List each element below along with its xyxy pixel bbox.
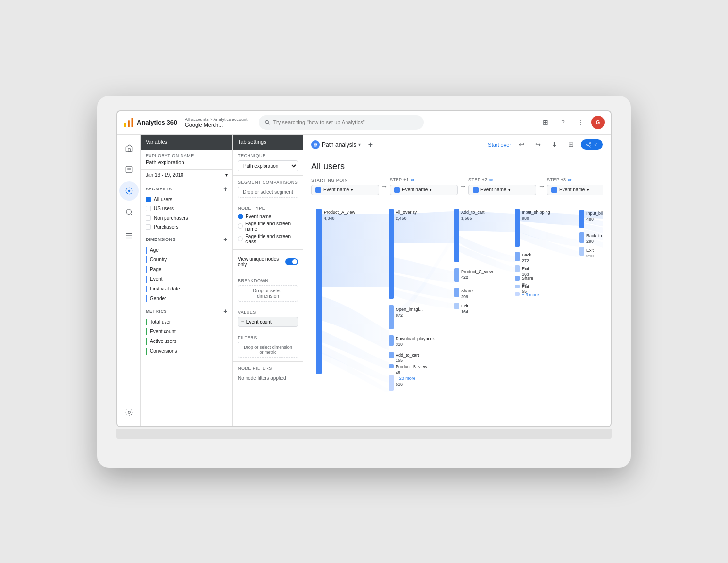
grid-view-btn[interactable]: ⊞ <box>564 138 577 151</box>
step-1-selector[interactable]: Event name ▾ <box>390 185 458 195</box>
nav-advertising[interactable] <box>119 203 139 222</box>
node-exit-s4[interactable] <box>579 247 584 256</box>
segment-purchasers[interactable]: Purchasers <box>141 222 232 232</box>
node-input-shipping[interactable] <box>515 209 520 247</box>
node-open-image[interactable] <box>389 305 394 329</box>
dimension-page[interactable]: Page <box>141 265 232 274</box>
node-back-s3-label: Back <box>522 253 532 257</box>
starting-point-selector[interactable]: Event name ▾ <box>311 185 379 195</box>
step-1: Step +1 ✏ Event name ▾ <box>390 177 458 195</box>
nav-reports[interactable] <box>119 160 139 179</box>
node-share-s2[interactable] <box>454 288 459 297</box>
node-add-to-cart-s1[interactable] <box>389 352 394 358</box>
node-type-page-class[interactable]: Page title and screen class <box>238 233 298 245</box>
breakdown-drop-btn[interactable]: Drop or select dimension <box>238 285 298 302</box>
add-tab-btn[interactable]: + <box>364 139 376 151</box>
metric-total-user[interactable]: Total user <box>141 317 232 327</box>
dimension-indicator <box>146 266 147 273</box>
view-unique-toggle[interactable] <box>285 258 298 265</box>
download-btn[interactable]: ⬇ <box>548 138 561 151</box>
nav-explore[interactable] <box>119 181 139 201</box>
grid-icon-btn[interactable]: ⊞ <box>539 116 552 129</box>
node-product-c-view[interactable] <box>454 268 459 282</box>
segment-us-users[interactable]: US users <box>141 204 232 213</box>
dimensions-add-btn[interactable]: + <box>223 236 228 243</box>
redo-btn[interactable]: ↪ <box>531 138 544 151</box>
node-input-billing[interactable] <box>579 210 584 228</box>
node-more-s1-value: 516 <box>396 382 403 387</box>
segment-checkbox-all-users <box>146 197 151 202</box>
node-more-s3[interactable] <box>515 292 520 296</box>
segments-list: All users US users Non purchasers Purcha… <box>141 195 232 232</box>
node-exit-s2[interactable] <box>454 303 459 309</box>
step-3-selector[interactable]: Event name ▾ <box>547 185 603 195</box>
dimension-event[interactable]: Event <box>141 274 232 284</box>
technique-select[interactable]: Path exploration <box>238 160 298 171</box>
node-share-s3[interactable] <box>515 276 520 281</box>
node-download-playbook[interactable] <box>389 335 394 346</box>
dimension-age[interactable]: Age <box>141 245 232 255</box>
node-exit-s3[interactable] <box>515 265 520 272</box>
segment-non-purchasers[interactable]: Non purchasers <box>141 213 232 222</box>
start-over-btn[interactable]: Start over <box>488 142 511 148</box>
search-bar[interactable] <box>259 115 424 130</box>
laptop-frame: Analytics 360 All accounts > Analytics a… <box>97 96 631 468</box>
step-3-edit-icon[interactable]: ✏ <box>568 177 572 183</box>
metric-active-users[interactable]: Active users <box>141 337 232 346</box>
tab-settings-header: Tab settings − <box>233 135 303 150</box>
node-product-a-view[interactable] <box>316 209 322 374</box>
tab-settings-minimize-btn[interactable]: − <box>294 138 298 146</box>
node-exit-s3b[interactable] <box>515 285 520 288</box>
undo-btn[interactable]: ↩ <box>515 138 528 151</box>
nav-admin[interactable] <box>119 226 139 245</box>
help-icon-btn[interactable]: ? <box>556 116 570 129</box>
node-filters-section: Node filters No node filters applied <box>233 362 303 388</box>
metrics-add-btn[interactable]: + <box>223 307 228 315</box>
segment-label-non-purchasers: Non purchasers <box>154 215 188 221</box>
segments-add-btn[interactable]: + <box>223 185 228 193</box>
metric-conversions-label: Conversions <box>150 348 177 354</box>
node-more-s1[interactable] <box>389 375 394 391</box>
date-range-selector[interactable]: Jan 13 - 19, 2018 ▾ <box>141 170 232 181</box>
more-icon-btn[interactable]: ⋮ <box>574 116 587 129</box>
node-filters-label: Node filters <box>238 366 298 371</box>
svg-rect-1 <box>128 120 130 127</box>
dimension-gender[interactable]: Gender <box>141 294 232 304</box>
metric-indicator <box>146 319 147 325</box>
dimension-first-visit[interactable]: First visit date <box>141 284 232 294</box>
metric-conversions[interactable]: Conversions <box>141 346 232 356</box>
radio-page-title-label: Page title and screen name <box>245 221 298 232</box>
node-product-b-view[interactable] <box>389 364 394 368</box>
sankey-svg: Product_A_view 4,348 <box>311 199 603 403</box>
node-type-page-title[interactable]: Page title and screen name <box>238 220 298 233</box>
path-analysis-tab[interactable]: Path analysis ▾ <box>311 140 361 149</box>
metric-event-count[interactable]: Event count <box>141 327 232 337</box>
share-btn[interactable]: ✓ <box>581 139 603 150</box>
variables-minimize-btn[interactable]: − <box>224 138 228 146</box>
account-avatar[interactable]: G <box>591 116 605 129</box>
node-back-s3[interactable] <box>515 252 520 261</box>
step-arrow-1: → Step +1 ✏ Event name ▾ <box>379 177 458 195</box>
step-1-edit-icon[interactable]: ✏ <box>411 177 415 183</box>
starting-point-label: Event name <box>323 187 349 192</box>
nav-settings[interactable] <box>119 403 139 422</box>
node-type-event-name[interactable]: Event name <box>238 213 298 220</box>
laptop-bottom <box>116 429 612 439</box>
breakdown-section: Breakdown Drop or select dimension <box>233 274 303 306</box>
step-2-edit-icon[interactable]: ✏ <box>489 177 494 183</box>
filters-drop-btn[interactable]: Drop or select dimension or metric <box>238 342 298 358</box>
breadcrumb-bottom: Google Merch... <box>185 122 247 128</box>
step-2-selector[interactable]: Event name ▾ <box>468 185 536 195</box>
node-all-overlay[interactable] <box>389 209 394 299</box>
dimension-country[interactable]: Country <box>141 255 232 265</box>
metric-indicator <box>146 328 147 335</box>
node-add-to-cart-s1-label: Add_to_cart <box>396 353 419 358</box>
segment-drop-btn[interactable]: Drop or select segment <box>238 187 298 198</box>
node-type-section: Node type Event name Page title and scre… <box>233 202 303 250</box>
segment-all-users[interactable]: All users <box>141 195 232 204</box>
node-add-to-cart[interactable] <box>454 209 459 262</box>
search-icon <box>265 119 270 125</box>
search-input[interactable] <box>273 119 418 125</box>
nav-home[interactable] <box>119 138 139 158</box>
node-back-to-cart[interactable] <box>579 232 584 243</box>
